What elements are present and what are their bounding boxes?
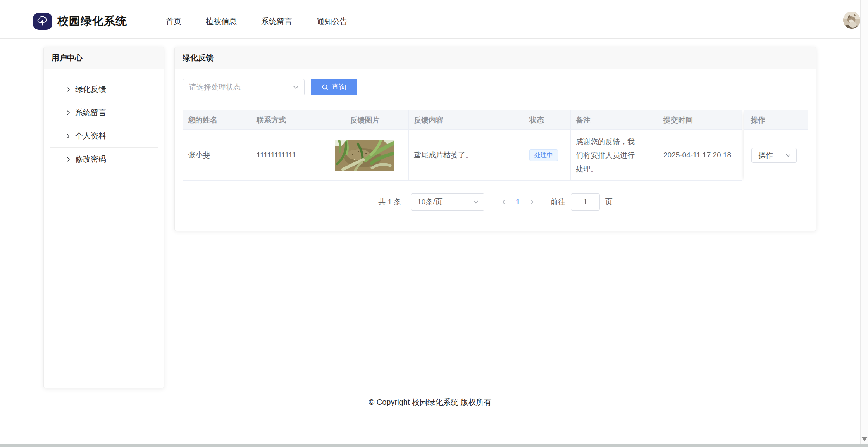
cell-name: 张小斐 [183, 130, 251, 181]
chevron-down-icon [473, 200, 479, 204]
status-select-placeholder: 请选择处理状态 [189, 82, 241, 92]
col-header-status: 状态 [524, 110, 571, 130]
nav-item-vegetation-info[interactable]: 植被信息 [206, 16, 237, 27]
panel-body: 请选择处理状态 查询 您的姓名 联 [175, 69, 816, 211]
feedback-photo[interactable] [335, 140, 394, 171]
sidebar-item-label: 个人资料 [75, 131, 106, 141]
action-column: 操作 操作 [744, 110, 808, 181]
action-dropdown-button[interactable]: 操作 [751, 148, 797, 163]
action-dropdown-caret[interactable] [780, 148, 796, 162]
cell-action: 操作 [744, 130, 808, 181]
sidebar-item-label: 绿化反馈 [75, 84, 106, 95]
query-button-label: 查询 [332, 82, 346, 92]
pagination-total: 共 1 条 [378, 197, 401, 207]
chevron-down-icon [293, 85, 299, 90]
cell-time: 2025-04-11 17:20:18 [658, 130, 742, 181]
sidebar-item-label: 系统留言 [75, 107, 106, 118]
footer-copyright: © Copyright 校园绿化系统 版权所有 [0, 397, 860, 407]
goto-label: 前往 [551, 197, 565, 207]
sidebar-item-change-password[interactable]: 修改密码 [50, 148, 158, 171]
cell-photo [321, 130, 409, 181]
cell-status: 处理中 [524, 130, 571, 181]
feedback-panel: 绿化反馈 请选择处理状态 查询 [174, 47, 816, 231]
col-header-name: 您的姓名 [183, 110, 251, 130]
query-button[interactable]: 查询 [311, 79, 357, 95]
chevron-right-icon [66, 157, 71, 162]
filter-bar: 请选择处理状态 查询 [183, 79, 816, 95]
app-title: 校园绿化系统 [57, 14, 127, 29]
sidebar-item-system-messages[interactable]: 系统留言 [50, 101, 158, 124]
table-header-row: 您的姓名 联系方式 反馈图片 反馈内容 状态 备注 提交时间 [183, 110, 742, 130]
chevron-right-icon [66, 110, 71, 116]
feedback-table: 您的姓名 联系方式 反馈图片 反馈内容 状态 备注 提交时间 张小斐 11111 [183, 110, 808, 181]
user-center-panel: 用户中心 绿化反馈 系统留言 个人资料 修改密码 [43, 47, 164, 388]
page-unit-label: 页 [605, 197, 613, 207]
cell-content: 鸢尾成片枯萎了。 [409, 130, 524, 181]
panel-title: 绿化反馈 [175, 47, 816, 69]
sidebar-item-label: 修改密码 [75, 154, 106, 164]
sidebar-title: 用户中心 [44, 47, 164, 69]
sidebar-item-profile[interactable]: 个人资料 [50, 124, 158, 148]
cell-contact: 11111111111 [251, 130, 321, 181]
sidebar-menu: 绿化反馈 系统留言 个人资料 修改密码 [44, 69, 164, 171]
col-header-remark: 备注 [571, 110, 658, 130]
col-header-time: 提交时间 [658, 110, 742, 130]
status-badge: 处理中 [529, 149, 558, 161]
page: 校园绿化系统 首页 植被信息 系统留言 通知公告 用户中心 [0, 0, 868, 447]
page-size-value: 10条/页 [417, 197, 442, 207]
chevron-right-icon [530, 199, 534, 205]
scrollbar[interactable] [860, 0, 868, 444]
page-size-select[interactable]: 10条/页 [411, 193, 484, 211]
sidebar-item-greening-feedback[interactable]: 绿化反馈 [50, 78, 158, 101]
cell-remark: 感谢您的反馈，我们将安排人员进行处理。 [571, 130, 658, 181]
next-page-button[interactable] [525, 199, 540, 205]
scroll-down-arrow-icon[interactable] [861, 437, 868, 441]
table-row: 张小斐 11111111111 [183, 130, 742, 181]
plant-photo-image [335, 140, 394, 171]
brand[interactable]: 校园绿化系统 [33, 13, 127, 30]
col-header-content: 反馈内容 [409, 110, 524, 130]
main-nav: 首页 植被信息 系统留言 通知公告 [166, 16, 348, 27]
col-header-photo: 反馈图片 [321, 110, 409, 130]
nav-item-home[interactable]: 首页 [166, 16, 181, 27]
app-logo [33, 13, 52, 30]
goto-page-input[interactable] [571, 193, 600, 211]
chevron-right-icon [66, 87, 71, 92]
remark-text: 感谢您的反馈，我们将安排人员进行处理。 [576, 135, 640, 176]
top-navbar: 校园绿化系统 首页 植被信息 系统留言 通知公告 [0, 4, 868, 39]
chevron-down-icon [785, 154, 791, 157]
status-select[interactable]: 请选择处理状态 [183, 79, 305, 95]
chevron-right-icon [66, 133, 71, 139]
col-header-contact: 联系方式 [251, 110, 321, 130]
bottom-bar [0, 444, 868, 447]
action-dropdown-label: 操作 [752, 148, 780, 162]
current-page[interactable]: 1 [511, 198, 525, 206]
prev-page-button[interactable] [496, 199, 511, 205]
pagination: 共 1 条 10条/页 1 前往 页 [183, 193, 808, 211]
tree-icon [36, 15, 49, 28]
search-icon [322, 84, 329, 91]
user-avatar[interactable] [843, 12, 860, 29]
cat-avatar-image [843, 12, 860, 29]
nav-item-system-messages[interactable]: 系统留言 [261, 16, 292, 27]
col-header-action: 操作 [744, 110, 808, 130]
nav-item-notices[interactable]: 通知公告 [317, 16, 348, 27]
chevron-left-icon [501, 199, 506, 205]
feedback-table-main: 您的姓名 联系方式 反馈图片 反馈内容 状态 备注 提交时间 张小斐 11111 [183, 110, 742, 181]
